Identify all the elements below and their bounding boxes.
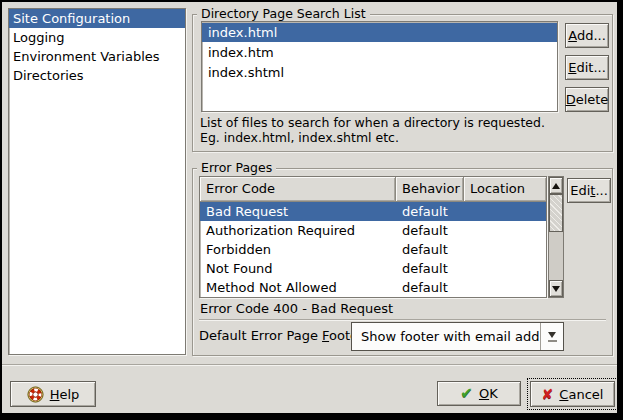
- edit-button[interactable]: Edit...: [565, 55, 609, 80]
- edit-button-label: Edit...: [568, 60, 606, 75]
- check-icon: ✔: [460, 386, 473, 401]
- directory-list-description: List of files to search for when a direc…: [200, 115, 545, 145]
- sidebar-item-directories[interactable]: Directories: [9, 66, 185, 85]
- list-item-index-htm[interactable]: index.htm: [202, 43, 557, 62]
- cell-location: [464, 259, 546, 278]
- scrollbar-up-button[interactable]: [549, 177, 563, 194]
- frame-title: Error Pages: [197, 160, 276, 176]
- column-header-location[interactable]: Location: [464, 177, 546, 202]
- cell-error-code: Method Not Allowed: [200, 278, 396, 297]
- footer-select-arrow-button[interactable]: [540, 323, 563, 350]
- sidebar-item-site-configuration[interactable]: Site Configuration: [9, 9, 185, 28]
- delete-button[interactable]: Delete: [565, 87, 609, 112]
- category-list: Site Configuration Logging Environment V…: [8, 8, 186, 355]
- separator: [199, 319, 606, 321]
- default-error-page-footer-select[interactable]: Show footer with email address: [351, 322, 564, 351]
- edit-error-page-button-label: Edit...: [570, 183, 608, 198]
- cancel-button-label: Cancel: [559, 387, 603, 402]
- table-scrollbar[interactable]: [548, 176, 564, 298]
- list-item-index-html[interactable]: index.html: [202, 23, 557, 42]
- description-line-1: List of files to search for when a direc…: [200, 115, 545, 130]
- scroll-down-icon: [552, 286, 560, 292]
- add-button-label: Add...: [568, 28, 606, 43]
- cell-error-code: Not Found: [200, 259, 396, 278]
- delete-button-label: Delete: [566, 92, 609, 107]
- edit-error-page-button[interactable]: Edit...: [567, 178, 611, 203]
- chevron-down-icon: [548, 332, 556, 338]
- list-item-index-shtml[interactable]: index.shtml: [202, 63, 557, 82]
- cell-location: [464, 202, 546, 221]
- cell-location: [464, 240, 546, 259]
- cell-location: [464, 221, 546, 240]
- action-area-separator: [2, 364, 617, 366]
- sidebar-item-logging[interactable]: Logging: [9, 28, 185, 47]
- directory-page-list: index.html index.htm index.shtml: [201, 21, 558, 112]
- table-row[interactable]: Method Not Allowed default: [200, 278, 546, 297]
- scrollbar-down-button[interactable]: [549, 280, 563, 297]
- life-ring-icon: [27, 386, 44, 403]
- column-header-error-code[interactable]: Error Code: [200, 177, 396, 202]
- table-row[interactable]: Authorization Required default: [200, 221, 546, 240]
- error-pages-frame: Error Pages Error Code Behavior Location…: [192, 168, 613, 356]
- cell-error-code: Forbidden: [200, 240, 396, 259]
- cell-error-code: Authorization Required: [200, 221, 396, 240]
- directory-page-search-list-frame: Directory Page Search List index.html in…: [192, 14, 613, 152]
- table-header-row: Error Code Behavior Location: [200, 177, 546, 202]
- cell-error-code: Bad Request: [200, 202, 396, 221]
- table-row[interactable]: Forbidden default: [200, 240, 546, 259]
- scrollbar-thumb[interactable]: [549, 194, 563, 232]
- cell-behavior: default: [396, 202, 464, 221]
- scrollbar-trough[interactable]: [549, 232, 563, 280]
- cell-behavior: default: [396, 278, 464, 297]
- table-row[interactable]: Not Found default: [200, 259, 546, 278]
- frame-title: Directory Page Search List: [197, 6, 370, 22]
- cell-behavior: default: [396, 240, 464, 259]
- scroll-up-icon: [552, 183, 560, 189]
- chevron-underline: [548, 340, 557, 342]
- column-header-behavior[interactable]: Behavior: [396, 177, 464, 202]
- cell-behavior: default: [396, 259, 464, 278]
- error-pages-table: Error Code Behavior Location Bad Request…: [199, 176, 547, 298]
- table-row[interactable]: Bad Request default: [200, 202, 546, 221]
- help-button[interactable]: Help: [10, 381, 96, 407]
- footer-select-value: Show footer with email address: [352, 323, 540, 350]
- ok-button[interactable]: ✔ OK: [437, 381, 521, 406]
- help-button-label: Help: [50, 387, 80, 402]
- cancel-button[interactable]: ✘ Cancel: [530, 381, 615, 407]
- description-line-2: Eg. index.html, index.shtml etc.: [200, 130, 545, 145]
- cell-behavior: default: [396, 221, 464, 240]
- ok-button-label: OK: [479, 386, 498, 401]
- selected-error-status: Error Code 400 - Bad Request: [200, 301, 393, 317]
- httpd-configuration-dialog: Site Configuration Logging Environment V…: [0, 0, 623, 420]
- add-button[interactable]: Add...: [565, 23, 609, 48]
- default-error-page-footer-label: Default Error Page Footer:: [199, 328, 368, 344]
- sidebar-item-environment-variables[interactable]: Environment Variables: [9, 47, 185, 66]
- x-icon: ✘: [542, 387, 554, 401]
- cell-location: [464, 278, 546, 297]
